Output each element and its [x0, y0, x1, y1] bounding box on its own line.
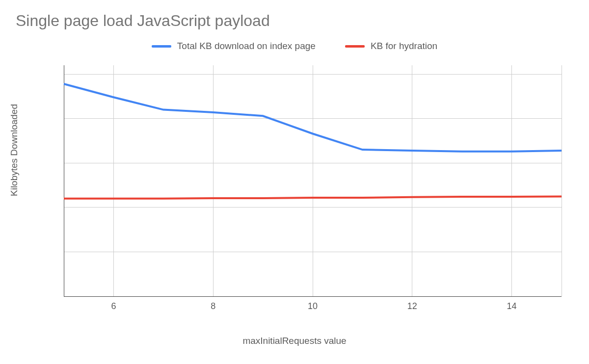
x-tick-label: 8: [211, 301, 215, 311]
chart-svg: 02505007501000125068101214: [60, 58, 565, 316]
chart-title: Single page load JavaScript payload: [16, 12, 573, 30]
x-tick-label: 14: [507, 301, 517, 311]
x-tick-label: 12: [407, 301, 417, 311]
legend-swatch-red: [345, 45, 365, 48]
x-tick-label: 10: [308, 301, 318, 311]
x-tick-label: 6: [111, 301, 116, 311]
chart-container: Single page load JavaScript payload Tota…: [0, 0, 589, 364]
plot-area: 02505007501000125068101214: [60, 58, 563, 316]
legend-item-hydration: KB for hydration: [345, 41, 437, 52]
legend: Total KB download on index page KB for h…: [16, 41, 573, 52]
legend-label: KB for hydration: [371, 41, 437, 52]
legend-swatch-blue: [152, 45, 171, 48]
y-axis-label: Kilobytes Downloaded: [9, 104, 20, 196]
legend-label: Total KB download on index page: [177, 41, 316, 52]
x-axis-label: maxInitialRequests value: [16, 336, 573, 346]
series-line: [64, 196, 562, 198]
legend-item-total: Total KB download on index page: [152, 41, 316, 52]
